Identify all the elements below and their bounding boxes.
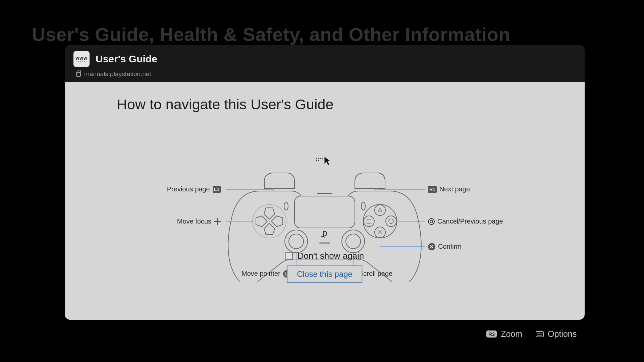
www-icon-text: www (75, 56, 88, 60)
svg-point-7 (386, 216, 396, 227)
dont-show-row: Don't show again (65, 251, 585, 261)
label-confirm-text: Confirm (438, 243, 462, 250)
label-cancel: Cancel/Previous page (428, 218, 503, 225)
label-previous-page: Previous page L1 (107, 185, 221, 193)
r1-badge-icon: R1 (428, 186, 437, 193)
svg-point-12 (342, 230, 365, 253)
footer-hints: R3 Zoom Options (486, 329, 584, 339)
dpad-icon (214, 218, 221, 225)
url-text: manuals.playstation.net (84, 70, 151, 78)
svg-point-3 (363, 204, 397, 238)
svg-point-14 (284, 202, 288, 210)
modal-dialog: www User's Guide manuals.playstation.net… (65, 45, 585, 320)
svg-point-18 (272, 188, 274, 190)
menu-icon (536, 331, 544, 337)
background-page-title: User's Guide, Health & Safety, and Other… (32, 23, 510, 45)
modal-content: How to navigate this User's Guide (65, 82, 585, 320)
svg-point-15 (361, 202, 365, 210)
hint-zoom-label: Zoom (501, 329, 522, 339)
svg-point-8 (389, 219, 393, 224)
l1-badge-icon: L1 (213, 186, 221, 193)
svg-point-13 (346, 234, 361, 249)
r3-badge-icon: R3 (486, 330, 497, 338)
title-row: www User's Guide (73, 51, 576, 67)
label-move-focus: Move focus (107, 218, 221, 225)
svg-point-10 (285, 230, 308, 253)
content-heading: How to navigate this User's Guide (117, 96, 333, 113)
cross-button-icon (428, 243, 435, 250)
label-scroll-page-text: Scroll page (359, 270, 392, 278)
dont-show-checkbox-row[interactable]: Don't show again (285, 251, 364, 261)
label-confirm: Confirm (428, 243, 462, 250)
hint-zoom: R3 Zoom (486, 329, 522, 339)
lock-icon (76, 72, 81, 77)
dont-show-label: Don't show again (298, 251, 364, 261)
modal-header: www User's Guide manuals.playstation.net (65, 45, 585, 82)
svg-point-2 (253, 204, 286, 238)
hint-options: Options (536, 329, 577, 339)
svg-point-5 (364, 216, 374, 227)
svg-point-4 (375, 205, 385, 216)
svg-point-11 (289, 234, 304, 249)
modal-title: User's Guide (96, 53, 157, 65)
hint-options-label: Options (548, 329, 577, 339)
label-next-page: R1 Next page (428, 185, 470, 193)
url-row: manuals.playstation.net (76, 70, 576, 78)
www-icon-dots (78, 61, 85, 62)
www-icon: www (73, 51, 90, 67)
svg-point-23 (375, 188, 377, 190)
close-page-button[interactable]: Close this page (287, 265, 362, 283)
svg-rect-0 (294, 196, 355, 228)
label-move-pointer-text: Move pointer (241, 270, 280, 278)
label-move-pointer: Move pointer L (241, 270, 290, 278)
label-previous-page-text: Previous page (167, 185, 210, 193)
svg-rect-6 (367, 219, 371, 223)
checkbox-icon[interactable] (285, 252, 293, 260)
svg-point-27 (430, 220, 433, 223)
label-move-focus-text: Move focus (177, 218, 211, 225)
label-cancel-text: Cancel/Previous page (437, 218, 503, 225)
label-next-page-text: Next page (439, 185, 470, 193)
circle-button-icon (428, 218, 435, 225)
